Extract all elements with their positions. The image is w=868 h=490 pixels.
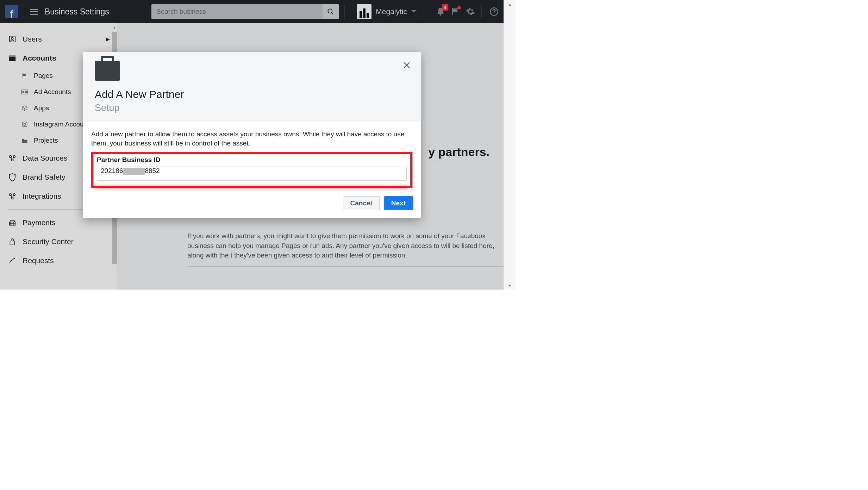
button-label: Next <box>391 199 406 207</box>
field-label: Partner Business ID <box>97 156 407 164</box>
modal-header: Add A New Partner Setup <box>83 52 421 122</box>
modal-footer: Cancel Next <box>83 189 421 218</box>
highlighted-field-region: Partner Business ID 2021868852 <box>91 152 412 188</box>
input-value-prefix: 202186 <box>101 167 123 174</box>
viewport: f Business Settings MEGALYTIC Megalytic <box>0 0 504 290</box>
cancel-button[interactable]: Cancel <box>343 196 380 210</box>
redacted-region <box>123 168 145 175</box>
scroll-up-icon[interactable]: ▲ <box>504 0 516 8</box>
modal-title: Add A New Partner <box>95 88 409 100</box>
scroll-down-icon[interactable]: ▼ <box>504 281 516 290</box>
add-partner-modal: Add A New Partner Setup Add a new partne… <box>83 52 421 218</box>
button-label: Cancel <box>350 199 372 207</box>
modal-body: Add a new partner to allow them to acces… <box>83 122 421 189</box>
close-button[interactable] <box>402 61 411 69</box>
modal-description: Add a new partner to allow them to acces… <box>91 130 412 148</box>
next-button[interactable]: Next <box>384 196 413 210</box>
page-scrollbar[interactable]: ▲ ▼ <box>504 0 516 290</box>
modal-subtitle: Setup <box>95 103 409 113</box>
briefcase-icon <box>95 61 120 81</box>
input-value-suffix: 8852 <box>145 167 160 174</box>
partner-business-id-input[interactable]: 2021868852 <box>97 167 407 181</box>
close-icon <box>402 61 411 69</box>
